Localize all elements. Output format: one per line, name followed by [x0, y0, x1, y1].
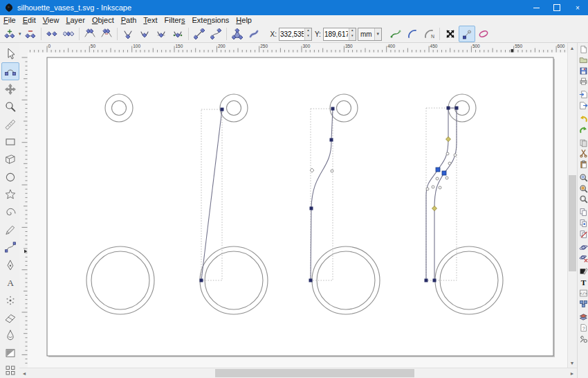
undo-button[interactable]	[578, 114, 588, 124]
redo-button[interactable]	[578, 125, 588, 134]
star-tool[interactable]	[1, 186, 19, 204]
menu-filters[interactable]: Filters	[161, 15, 189, 26]
horizontal-scroll-thumb[interactable]	[215, 369, 414, 377]
print-button[interactable]	[578, 77, 588, 87]
make-node-smooth-button[interactable]	[136, 26, 153, 42]
menu-text[interactable]: Text	[140, 15, 160, 26]
join-with-segment-button[interactable]	[82, 26, 98, 42]
scroll-up-arrow-icon[interactable]: ▲	[568, 44, 576, 52]
minimize-button[interactable]	[526, 0, 546, 15]
xml-editor-button[interactable]: </>	[578, 288, 588, 298]
y-coordinate-field-input[interactable]	[324, 28, 349, 40]
y-coordinate-field-spinner[interactable]: ▴▾	[349, 28, 356, 40]
drawing-canvas[interactable]	[28, 53, 567, 368]
duplicate-button[interactable]	[578, 208, 588, 217]
horizontal-ruler[interactable]: 050100150200250300350400450500550600	[28, 43, 567, 53]
delete-node-button[interactable]	[22, 26, 39, 42]
align-distribute-button[interactable]	[578, 299, 588, 309]
insert-node-button[interactable]	[1, 26, 18, 42]
make-node-corner-button[interactable]	[120, 26, 136, 42]
measure-tool[interactable]	[1, 116, 19, 134]
make-node-auto-smooth-button[interactable]	[169, 26, 186, 42]
spray-tool[interactable]	[1, 291, 19, 309]
layers-dialog-button[interactable]	[578, 312, 588, 322]
gradient-tool[interactable]	[1, 344, 19, 362]
ungroup-button[interactable]	[578, 253, 588, 263]
zoom-to-selection-button[interactable]	[578, 173, 588, 183]
edit-clipping-path-button[interactable]	[404, 26, 421, 42]
make-node-symmetric-button[interactable]	[153, 26, 169, 42]
menu-file[interactable]: File	[0, 15, 19, 26]
cut-button[interactable]	[578, 149, 588, 159]
menu-extensions[interactable]: Extensions	[189, 15, 233, 26]
preferences-button[interactable]	[578, 334, 588, 343]
tweak-tool[interactable]	[1, 80, 19, 98]
new-document-button[interactable]	[578, 44, 588, 54]
gradient-icon	[4, 347, 17, 359]
close-button[interactable]: ×	[567, 0, 588, 15]
group-icon	[579, 243, 588, 252]
y-coordinate-field[interactable]: ▴▾	[323, 28, 356, 41]
pencil-tool[interactable]	[1, 221, 19, 239]
vertical-scroll-thumb[interactable]	[569, 175, 576, 271]
join-nodes-button[interactable]	[60, 26, 77, 42]
node-tool[interactable]	[1, 62, 19, 80]
object-to-path-button[interactable]	[229, 26, 246, 42]
import-button[interactable]	[578, 90, 588, 100]
menu-view[interactable]: View	[39, 15, 63, 26]
ellipse-tool[interactable]	[1, 168, 19, 186]
bezier-pen-tool[interactable]	[1, 238, 19, 256]
make-segment-line-button[interactable]	[191, 26, 208, 42]
rectangle-tool[interactable]	[1, 133, 19, 151]
scroll-right-arrow-icon[interactable]: ►	[568, 369, 576, 377]
horizontal-scrollbar[interactable]: ◄ ►	[19, 368, 577, 378]
next-path-effect-parameter-button[interactable]	[387, 26, 404, 42]
break-path-at-node-button[interactable]	[44, 26, 60, 42]
duplicate-icon	[579, 208, 588, 217]
text-tool[interactable]: A	[1, 273, 19, 291]
menu-object[interactable]: Object	[89, 15, 118, 26]
open-button[interactable]	[578, 55, 588, 65]
vertical-scrollbar[interactable]: ▲ ▼	[567, 43, 578, 368]
spiral-tool[interactable]	[1, 204, 19, 222]
unlink-clone-button[interactable]	[578, 229, 588, 239]
delete-segment-button[interactable]	[98, 26, 115, 42]
scroll-left-arrow-icon[interactable]: ◄	[20, 369, 28, 377]
zoom-tool[interactable]	[1, 98, 19, 116]
maximize-button[interactable]	[546, 0, 567, 15]
create-clone-button[interactable]	[578, 219, 588, 228]
show-bezier-handles-button[interactable]	[459, 26, 475, 42]
export-button[interactable]	[578, 101, 588, 111]
calligraphy-tool[interactable]	[1, 256, 19, 274]
unit-dropdown[interactable]: mm▾	[358, 28, 382, 41]
show-path-outline-button[interactable]	[475, 26, 492, 42]
copy-button[interactable]	[578, 138, 588, 147]
menu-layer[interactable]: Layer	[62, 15, 89, 26]
menu-help[interactable]: Help	[232, 15, 255, 26]
fill-and-stroke-button[interactable]	[578, 267, 588, 276]
zoom-to-drawing-button[interactable]	[578, 183, 588, 193]
stroke-to-path-button[interactable]	[246, 26, 262, 42]
zoom-to-page-button[interactable]	[578, 195, 588, 204]
x-coordinate-field-spinner[interactable]: ▴▾	[304, 28, 311, 40]
x-coordinate-field-input[interactable]	[279, 28, 304, 40]
x-coordinate-field[interactable]: ▴▾	[279, 28, 312, 41]
connector-tool[interactable]	[1, 361, 19, 378]
eraser-tool[interactable]	[1, 309, 19, 327]
menu-path[interactable]: Path	[118, 15, 140, 26]
menu-edit[interactable]: Edit	[19, 15, 39, 26]
selector-tool[interactable]	[1, 45, 19, 63]
scroll-down-arrow-icon[interactable]: ▼	[568, 359, 576, 367]
paste-button[interactable]	[578, 160, 588, 170]
insert-node-dropdown-caret[interactable]: ▾	[19, 31, 21, 37]
svg-text:T: T	[580, 278, 586, 287]
show-transform-handles-button[interactable]	[442, 26, 459, 42]
group-button[interactable]	[578, 242, 588, 252]
make-segment-curve-button[interactable]	[208, 26, 224, 42]
paint-bucket-tool[interactable]	[1, 326, 19, 344]
save-button[interactable]	[578, 66, 588, 75]
edit-mask-button[interactable]: N	[421, 26, 437, 42]
box-3d-tool[interactable]	[1, 150, 19, 168]
document-properties-button[interactable]: ?	[578, 323, 588, 332]
text-dialog-button[interactable]: T	[578, 278, 588, 287]
